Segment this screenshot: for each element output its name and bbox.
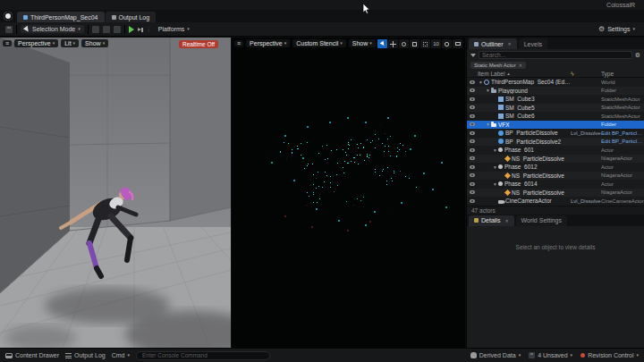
platforms-dropdown[interactable]: Platforms ▾ [155,25,193,33]
visibility-eye-icon[interactable] [470,190,475,194]
select-tool-icon[interactable] [377,39,387,48]
outliner-row[interactable]: SM_Cube3 StaticMeshActor [467,95,644,104]
tab-world-settings[interactable]: World Settings [516,215,567,226]
expander-arrow-icon[interactable]: ▾ [492,147,498,153]
row-type[interactable]: NiagaraActor [601,156,644,161]
selection-mode-dropdown[interactable]: Selection Mode ▾ [21,25,84,33]
add-content-icon[interactable] [92,26,99,33]
visibility-eye-icon[interactable] [470,148,475,152]
save-icon[interactable] [5,26,13,33]
visibility-eye-icon[interactable] [470,80,475,84]
row-type[interactable]: Actor [601,164,644,170]
visibility-eye-icon[interactable] [470,131,475,135]
perspective-dropdown[interactable]: Perspective ▾ [246,39,290,47]
camera-speed-icon[interactable] [442,39,452,48]
outliner-row[interactable]: ▾ VFX Folder [467,121,644,130]
unsaved-button[interactable]: 4 Unsaved ▾ [529,352,572,358]
outliner-row[interactable]: NS_ParticleDissolve NiagaraActor [467,172,644,181]
row-type[interactable]: Edit BP_ParticleDissolve2 [601,139,644,144]
cmd-dropdown[interactable]: Cmd ▾ [112,352,130,358]
row-type[interactable]: Actor [601,147,644,153]
close-icon[interactable]: ✕ [508,41,512,46]
outliner-row[interactable]: ▾ Phase_6012 Actor [467,163,644,172]
viewport-lit[interactable]: ≡ Perspective ▾ Lit ▾ Show ▾ Realtime Of… [0,38,231,348]
row-type[interactable]: NiagaraActor [601,189,644,195]
visibility-eye-icon[interactable] [470,139,475,143]
row-type[interactable]: NiagaraActor [601,173,644,178]
outliner-settings-icon[interactable]: ⚙ [635,52,640,58]
row-type[interactable]: World [601,80,644,85]
settings-dropdown[interactable]: ⚙ Settings ▾ [595,25,639,34]
viewport-menu-icon[interactable]: ≡ [234,40,243,46]
outliner-row[interactable]: ▾ Phase_601 Actor [467,146,644,155]
close-icon[interactable]: ✕ [519,63,522,68]
viewport-menu-icon[interactable]: ≡ [3,40,12,46]
visibility-eye-icon[interactable] [470,156,475,160]
expander-arrow-icon[interactable]: ▾ [492,164,498,170]
visibility-eye-icon[interactable] [470,122,475,126]
outliner-search-input[interactable] [479,51,632,59]
visibility-eye-icon[interactable] [470,165,475,169]
realtime-off-badge[interactable]: Realtime Off [179,40,218,48]
sequencer-column-icon[interactable]: ϟ [571,71,601,77]
expander-arrow-icon[interactable]: ▾ [492,181,498,187]
console-command-input[interactable] [136,351,270,360]
outliner-row[interactable]: BP_ParticleDissolve Lvl_Dissolve Edit BP… [467,129,644,138]
row-type[interactable]: StaticMeshActor [601,97,644,102]
outliner-row[interactable]: BP_ParticleDissolve2 Edit BP_ParticleDis… [467,138,644,147]
row-type[interactable]: StaticMeshActor [601,105,644,110]
tab-level-map[interactable]: ThirdPersonMap_Sec04 [17,12,105,22]
tab-outliner[interactable]: Outliner ✕ [469,38,517,49]
view-mode-dropdown[interactable]: Lit ▾ [61,39,79,47]
outliner-row[interactable]: SM_Cube6 StaticMeshActor [467,112,644,121]
outliner-row[interactable]: CineCameraActor Lvl_Dissolve CineCameraA… [467,197,644,206]
show-dropdown[interactable]: Show ▾ [81,39,108,47]
visibility-eye-icon[interactable] [470,199,475,203]
row-type[interactable]: Folder [601,122,644,127]
blueprint-icon[interactable] [103,26,110,33]
row-type[interactable]: Actor [601,181,644,187]
expander-arrow-icon[interactable]: ▾ [485,122,491,127]
outliner-row[interactable]: SM_Cube5 StaticMeshActor [467,104,644,113]
visibility-eye-icon[interactable] [470,105,475,109]
column-type[interactable]: Type [601,71,644,77]
revision-control-button[interactable]: Revision Control ▾ [580,352,639,358]
maximize-icon[interactable] [453,39,462,48]
outliner-row[interactable]: ▾ Playground Folder [467,87,644,96]
expander-arrow-icon[interactable]: ▾ [485,88,491,93]
perspective-dropdown[interactable]: Perspective ▾ [14,39,58,47]
skip-button[interactable] [138,27,143,32]
outliner-row[interactable]: ▾ Phase_6014 Actor [467,180,644,189]
derived-data-button[interactable]: Derived Data ▾ [470,352,521,358]
tab-levels[interactable]: Levels [519,38,547,49]
visibility-eye-icon[interactable] [470,88,475,92]
output-log-button[interactable]: Output Log [65,352,106,358]
close-icon[interactable]: ✕ [504,218,508,223]
row-type[interactable]: StaticMeshActor [601,114,644,119]
content-drawer-button[interactable]: Content Drawer [5,352,59,358]
outliner-row[interactable]: NS_ParticleDissolve NiagaraActor [467,155,644,164]
row-type[interactable]: Folder [601,88,644,93]
show-dropdown[interactable]: Show ▾ [349,39,376,47]
filter-icon[interactable] [470,54,476,57]
tab-details[interactable]: Details ✕ [469,215,514,226]
visibility-eye-icon[interactable] [470,173,475,177]
outliner-row[interactable]: ▾ ThirdPersonMap_Sec04 (Editor) World [467,78,644,87]
visibility-eye-icon[interactable] [470,97,475,101]
scale-tool-icon[interactable] [410,39,419,48]
rotate-tool-icon[interactable] [399,39,409,48]
view-mode-dropdown[interactable]: Custom Stencil ▾ [292,39,346,47]
play-options-icon[interactable]: ⋮ [147,27,151,31]
viewport-particles[interactable]: ≡ Perspective ▾ Custom Stencil ▾ Show ▾ … [232,38,465,348]
row-type[interactable]: Edit BP_ParticleDissolve [601,130,644,136]
filter-chip[interactable]: Static Mesh Actor ✕ [470,62,526,69]
visibility-eye-icon[interactable] [470,182,475,186]
unreal-logo-icon[interactable] [4,12,13,21]
grid-snap-icon[interactable] [420,39,430,48]
outliner-row[interactable]: NS_ParticleDissolve NiagaraActor [467,189,644,198]
row-type[interactable]: CineCameraActor [601,198,644,204]
move-tool-icon[interactable] [388,39,398,48]
expander-arrow-icon[interactable]: ▾ [478,80,484,85]
tab-output-log[interactable]: Output Log [106,12,157,22]
column-item-label[interactable]: Item Label ▲ [478,71,571,77]
